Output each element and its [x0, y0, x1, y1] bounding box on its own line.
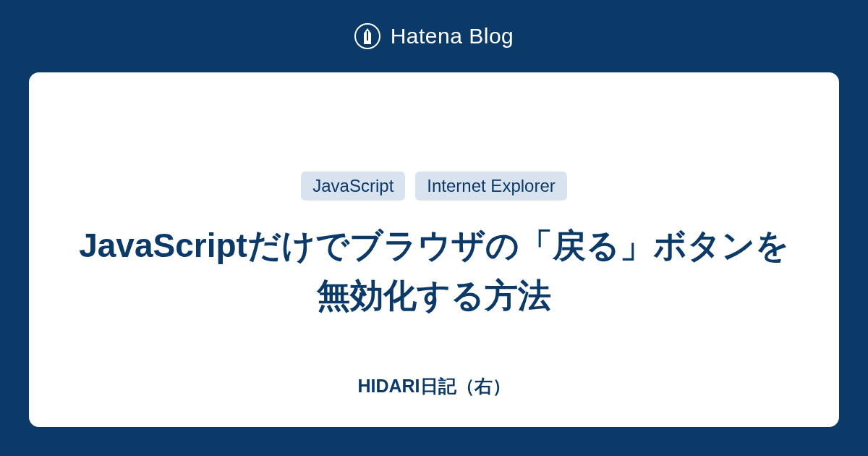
- site-header: Hatena Blog: [0, 0, 868, 72]
- blog-name: HIDARI日記（右）: [29, 374, 839, 398]
- article-title: JavaScriptだけでブラウザの「戻る」ボタンを無効化する方法: [72, 221, 796, 321]
- tag-item: Internet Explorer: [415, 172, 566, 200]
- pen-icon: [354, 23, 380, 49]
- tag-item: JavaScript: [301, 172, 405, 200]
- brand-name: Hatena Blog: [391, 24, 514, 48]
- article-card: JavaScript Internet Explorer JavaScriptだ…: [29, 72, 839, 427]
- svg-point-1: [366, 31, 367, 33]
- svg-rect-0: [367, 33, 368, 41]
- tag-list: JavaScript Internet Explorer: [301, 172, 566, 200]
